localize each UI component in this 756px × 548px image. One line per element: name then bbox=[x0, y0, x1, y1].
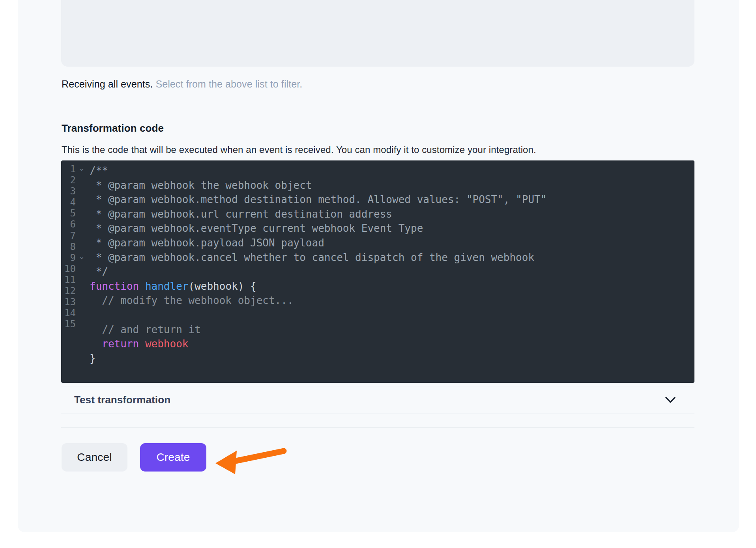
gutter-row: 8 bbox=[61, 241, 88, 252]
annotation-arrow-left-icon bbox=[214, 446, 289, 477]
test-transformation-toggle[interactable]: Test transformation bbox=[61, 386, 694, 414]
line-number: 12 bbox=[61, 285, 76, 296]
gutter-row: 9⌄ bbox=[61, 252, 88, 263]
code-line bbox=[90, 308, 694, 322]
filter-status-secondary: Select from the above list to filter. bbox=[155, 78, 302, 89]
gutter-row: 6 bbox=[61, 219, 88, 230]
code-line: } bbox=[90, 351, 694, 366]
gutter-row: 7 bbox=[61, 230, 88, 241]
editor-code[interactable]: /** * @param webhook the webhook object … bbox=[90, 164, 694, 380]
code-line: * @param webhook.eventType current webho… bbox=[90, 221, 694, 236]
line-number: 7 bbox=[61, 230, 76, 241]
line-number: 4 bbox=[61, 197, 76, 208]
gutter-row: 15 bbox=[61, 319, 88, 330]
filter-status-primary: Receiving all events. bbox=[62, 78, 153, 89]
code-line bbox=[90, 365, 694, 380]
gutter-row: 13 bbox=[61, 296, 88, 308]
code-line: * @param webhook.method destination meth… bbox=[90, 192, 694, 207]
gutter-row: 3 bbox=[61, 186, 88, 197]
line-number: 14 bbox=[61, 308, 76, 319]
gutter-row: 5 bbox=[61, 208, 88, 219]
line-number: 9 bbox=[61, 252, 76, 263]
line-number: 2 bbox=[61, 175, 76, 186]
line-number: 1 bbox=[61, 164, 76, 175]
line-number: 8 bbox=[61, 241, 76, 252]
create-button[interactable]: Create bbox=[140, 443, 206, 472]
chevron-down-icon[interactable] bbox=[665, 397, 676, 403]
event-types-list-panel[interactable] bbox=[61, 0, 694, 67]
gutter-row: 4 bbox=[61, 197, 88, 208]
gutter-row: 1⌄ bbox=[61, 164, 88, 175]
test-transformation-label: Test transformation bbox=[74, 394, 170, 406]
transformation-code-description: This is the code that will be executed w… bbox=[62, 144, 536, 155]
code-editor[interactable]: 1⌄23456789⌄101112131415 /** * @param web… bbox=[61, 160, 694, 383]
line-number: 5 bbox=[61, 208, 76, 219]
code-line: // modify the webhook object... bbox=[90, 293, 694, 308]
line-number: 10 bbox=[61, 263, 76, 274]
fold-chevron-icon[interactable]: ⌄ bbox=[76, 253, 88, 260]
code-line: * @param webhook.url current destination… bbox=[90, 207, 694, 222]
line-number: 13 bbox=[61, 296, 76, 308]
code-line: * @param webhook.cancel whether to cance… bbox=[90, 250, 694, 265]
line-number: 11 bbox=[61, 274, 76, 285]
line-number: 3 bbox=[61, 186, 76, 197]
editor-gutter: 1⌄23456789⌄101112131415 bbox=[61, 164, 88, 330]
code-line: * @param webhook the webhook object bbox=[90, 178, 694, 193]
gutter-row: 10 bbox=[61, 263, 88, 274]
code-line: function handler(webhook) { bbox=[90, 279, 694, 294]
code-line: * @param webhook.payload JSON payload bbox=[90, 236, 694, 250]
content-card: Receiving all events. Select from the ab… bbox=[18, 0, 739, 532]
code-line: return webhook bbox=[90, 337, 694, 351]
cancel-button[interactable]: Cancel bbox=[62, 443, 127, 472]
gutter-row: 14 bbox=[61, 308, 88, 319]
section-divider bbox=[61, 427, 694, 428]
fold-chevron-icon[interactable]: ⌄ bbox=[76, 164, 88, 172]
transformation-code-heading: Transformation code bbox=[62, 122, 164, 134]
code-line: */ bbox=[90, 265, 694, 279]
line-number: 6 bbox=[61, 219, 76, 230]
code-line: /** bbox=[90, 164, 694, 178]
gutter-row: 11 bbox=[61, 274, 88, 285]
gutter-row: 12 bbox=[61, 285, 88, 296]
gutter-row: 2 bbox=[61, 175, 88, 186]
line-number: 15 bbox=[61, 319, 76, 330]
event-filter-status: Receiving all events. Select from the ab… bbox=[62, 78, 302, 90]
code-line: // and return it bbox=[90, 322, 694, 337]
